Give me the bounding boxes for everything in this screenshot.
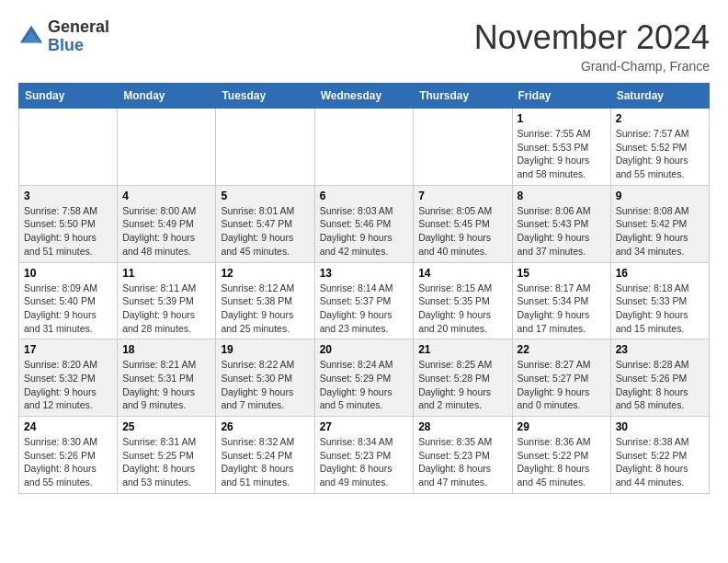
day-number: 23 [616,343,704,356]
calendar-cell: 12Sunrise: 8:12 AM Sunset: 5:38 PM Dayli… [216,262,314,339]
day-info: Sunrise: 8:27 AM Sunset: 5:27 PM Dayligh… [518,358,606,412]
calendar-cell: 10Sunrise: 8:09 AM Sunset: 5:40 PM Dayli… [19,262,118,339]
day-info: Sunrise: 8:14 AM Sunset: 5:37 PM Dayligh… [320,282,409,336]
day-number: 2 [616,112,704,125]
calendar-cell: 4Sunrise: 8:00 AM Sunset: 5:49 PM Daylig… [118,185,216,262]
day-number: 15 [518,267,606,280]
day-info: Sunrise: 8:12 AM Sunset: 5:38 PM Dayligh… [221,282,309,336]
day-number: 19 [221,343,309,356]
day-number: 14 [418,267,506,280]
calendar-cell: 25Sunrise: 8:31 AM Sunset: 5:25 PM Dayli… [118,417,216,494]
day-info: Sunrise: 8:38 AM Sunset: 5:22 PM Dayligh… [616,435,704,489]
location-text: Grand-Champ, France [474,59,710,74]
calendar-header-tuesday: Tuesday [216,84,314,109]
day-number: 4 [122,190,210,202]
day-number: 24 [24,420,112,433]
day-number: 1 [518,112,606,125]
day-info: Sunrise: 8:28 AM Sunset: 5:26 PM Dayligh… [616,358,704,412]
day-info: Sunrise: 7:58 AM Sunset: 5:50 PM Dayligh… [24,204,112,259]
day-info: Sunrise: 8:36 AM Sunset: 5:22 PM Dayligh… [518,435,606,489]
calendar-cell: 27Sunrise: 8:34 AM Sunset: 5:23 PM Dayli… [314,417,414,494]
day-info: Sunrise: 8:32 AM Sunset: 5:24 PM Dayligh… [221,435,309,489]
calendar-cell: 1Sunrise: 7:55 AM Sunset: 5:53 PM Daylig… [512,109,610,186]
calendar-header-monday: Monday [118,84,216,109]
day-info: Sunrise: 8:03 AM Sunset: 5:46 PM Dayligh… [320,204,409,259]
day-number: 11 [122,267,210,280]
calendar-cell: 8Sunrise: 8:06 AM Sunset: 5:43 PM Daylig… [512,185,610,262]
day-number: 6 [320,190,409,202]
day-info: Sunrise: 8:09 AM Sunset: 5:40 PM Dayligh… [24,282,112,336]
calendar-cell: 2Sunrise: 7:57 AM Sunset: 5:52 PM Daylig… [610,109,709,186]
day-number: 7 [418,190,506,202]
day-info: Sunrise: 8:24 AM Sunset: 5:29 PM Dayligh… [320,358,409,412]
day-number: 9 [616,190,704,202]
day-info: Sunrise: 8:34 AM Sunset: 5:23 PM Dayligh… [320,435,409,489]
calendar-header-wednesday: Wednesday [314,84,414,109]
calendar-cell: 22Sunrise: 8:27 AM Sunset: 5:27 PM Dayli… [512,339,610,417]
day-info: Sunrise: 8:31 AM Sunset: 5:25 PM Dayligh… [122,435,210,489]
calendar-cell: 9Sunrise: 8:08 AM Sunset: 5:42 PM Daylig… [610,185,709,262]
day-number: 17 [24,343,112,356]
calendar-cell: 18Sunrise: 8:21 AM Sunset: 5:31 PM Dayli… [118,339,216,417]
calendar-cell [19,109,118,186]
calendar-cell: 21Sunrise: 8:25 AM Sunset: 5:28 PM Dayli… [414,339,512,417]
day-info: Sunrise: 8:00 AM Sunset: 5:49 PM Dayligh… [122,204,210,259]
day-info: Sunrise: 7:55 AM Sunset: 5:53 PM Dayligh… [518,127,606,181]
day-number: 30 [616,420,704,433]
day-number: 25 [122,420,210,433]
day-number: 20 [320,343,409,356]
day-number: 26 [221,420,309,433]
day-info: Sunrise: 8:06 AM Sunset: 5:43 PM Dayligh… [518,204,606,259]
calendar-cell: 23Sunrise: 8:28 AM Sunset: 5:26 PM Dayli… [610,339,709,417]
day-number: 16 [616,267,704,280]
calendar-header-saturday: Saturday [610,84,709,109]
day-number: 12 [221,267,309,280]
calendar-cell [216,109,314,186]
calendar-cell: 19Sunrise: 8:22 AM Sunset: 5:30 PM Dayli… [216,339,314,417]
calendar-cell: 7Sunrise: 8:05 AM Sunset: 5:45 PM Daylig… [414,185,512,262]
title-block: November 2024 Grand-Champ, France [474,18,710,74]
calendar-cell: 20Sunrise: 8:24 AM Sunset: 5:29 PM Dayli… [314,339,414,417]
day-number: 22 [518,343,606,356]
calendar-week-2: 3Sunrise: 7:58 AM Sunset: 5:50 PM Daylig… [19,185,710,262]
day-info: Sunrise: 8:05 AM Sunset: 5:45 PM Dayligh… [418,204,506,259]
day-info: Sunrise: 8:18 AM Sunset: 5:33 PM Dayligh… [616,282,704,336]
day-number: 28 [418,420,506,433]
calendar-cell [314,109,414,186]
day-number: 8 [518,190,606,202]
day-info: Sunrise: 8:35 AM Sunset: 5:23 PM Dayligh… [418,435,506,489]
day-number: 18 [122,343,210,356]
day-info: Sunrise: 8:30 AM Sunset: 5:26 PM Dayligh… [24,435,112,489]
logo-general-text: General [48,18,109,37]
calendar-cell: 17Sunrise: 8:20 AM Sunset: 5:32 PM Dayli… [19,339,118,417]
calendar-week-5: 24Sunrise: 8:30 AM Sunset: 5:26 PM Dayli… [19,417,710,494]
calendar-cell [118,109,216,186]
day-info: Sunrise: 8:22 AM Sunset: 5:30 PM Dayligh… [221,358,309,412]
calendar-cell: 28Sunrise: 8:35 AM Sunset: 5:23 PM Dayli… [414,417,512,494]
day-info: Sunrise: 8:21 AM Sunset: 5:31 PM Dayligh… [122,358,210,412]
day-info: Sunrise: 7:57 AM Sunset: 5:52 PM Dayligh… [616,127,704,181]
day-number: 10 [24,267,112,280]
calendar-cell: 6Sunrise: 8:03 AM Sunset: 5:46 PM Daylig… [314,185,414,262]
logo-icon [18,24,44,50]
day-number: 27 [320,420,409,433]
calendar-cell: 14Sunrise: 8:15 AM Sunset: 5:35 PM Dayli… [414,262,512,339]
calendar-cell: 15Sunrise: 8:17 AM Sunset: 5:34 PM Dayli… [512,262,610,339]
calendar-cell: 16Sunrise: 8:18 AM Sunset: 5:33 PM Dayli… [610,262,709,339]
day-info: Sunrise: 8:08 AM Sunset: 5:42 PM Dayligh… [616,204,704,259]
calendar-table: SundayMondayTuesdayWednesdayThursdayFrid… [18,83,710,494]
calendar-header-sunday: Sunday [19,84,118,109]
day-info: Sunrise: 8:17 AM Sunset: 5:34 PM Dayligh… [518,282,606,336]
day-number: 13 [320,267,409,280]
day-info: Sunrise: 8:11 AM Sunset: 5:39 PM Dayligh… [122,282,210,336]
calendar-week-4: 17Sunrise: 8:20 AM Sunset: 5:32 PM Dayli… [19,339,710,417]
calendar-cell: 29Sunrise: 8:36 AM Sunset: 5:22 PM Dayli… [512,417,610,494]
calendar-week-1: 1Sunrise: 7:55 AM Sunset: 5:53 PM Daylig… [19,109,710,186]
day-info: Sunrise: 8:01 AM Sunset: 5:47 PM Dayligh… [221,204,309,259]
calendar-cell: 11Sunrise: 8:11 AM Sunset: 5:39 PM Dayli… [118,262,216,339]
calendar-cell: 26Sunrise: 8:32 AM Sunset: 5:24 PM Dayli… [216,417,314,494]
day-number: 29 [518,420,606,433]
day-info: Sunrise: 8:15 AM Sunset: 5:35 PM Dayligh… [418,282,506,336]
day-info: Sunrise: 8:25 AM Sunset: 5:28 PM Dayligh… [418,358,506,412]
calendar-cell: 3Sunrise: 7:58 AM Sunset: 5:50 PM Daylig… [19,185,118,262]
